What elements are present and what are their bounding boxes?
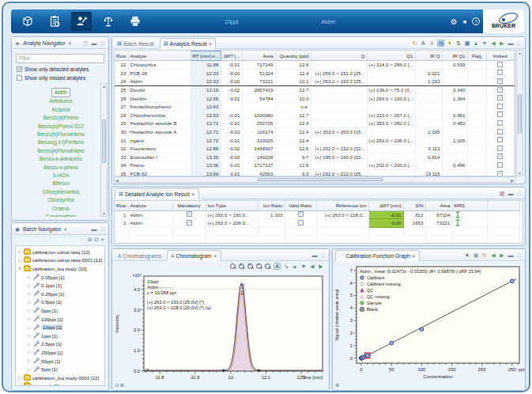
table-row[interactable]: 31Irgarol12.72-0.0131002512.4(+) 253.0 >… <box>115 136 514 145</box>
expand-icon[interactable]: ▷ <box>27 367 32 372</box>
table-row[interactable]: 30Heptachlor epoxide A12.71-0.0211617412… <box>115 127 514 136</box>
move-right-icon[interactable]: ▶ <box>318 263 324 269</box>
cell-visited[interactable] <box>486 127 514 136</box>
next-icon[interactable]: ▶ <box>499 252 505 258</box>
analyte-list-item[interactable]: Cypermethrin <box>23 213 99 217</box>
cell-visited[interactable] <box>486 69 514 78</box>
column-header[interactable]: ΔRT [min] <box>368 201 403 210</box>
column-header[interactable]: Row <box>115 201 128 210</box>
expand-icon[interactable]: ▷ <box>27 342 32 347</box>
scroll-down-icon[interactable]: ▼ <box>517 171 523 176</box>
batch-tree-item[interactable]: ▷0.25ppt [1] <box>17 290 104 298</box>
tab-analysis-result[interactable]: ▤ Analysis Result ✕ <box>160 38 217 49</box>
move-up-icon[interactable]: ▲ <box>473 40 479 46</box>
scroll-thumb[interactable] <box>102 119 106 163</box>
column-header[interactable]: Flag <box>467 51 486 61</box>
column-header[interactable]: S/N <box>403 201 425 210</box>
table-row[interactable]: 1Aldrin(+) 263.0 > 193.0...1.193(+) 263.… <box>115 210 519 219</box>
minimize-icon[interactable]: ▬ <box>91 226 97 232</box>
tools-icon[interactable]: ✕ <box>464 252 470 258</box>
analyte-list-item[interactable]: Benzo(b)Fluroanteno <box>23 131 99 138</box>
visited-unchecked-icon[interactable] <box>497 129 503 134</box>
table-row[interactable]: 33Endosulfan I13.35-0.001492089.7(+) 195… <box>115 153 514 161</box>
analyte-list-scrollbar[interactable]: ▲ ▼ <box>100 83 108 217</box>
column-header[interactable]: IR Q1 <box>442 51 467 61</box>
help-icon[interactable]: ? <box>472 17 480 25</box>
close-icon[interactable]: ✕ <box>68 40 72 46</box>
refresh-icon[interactable]: ↻ <box>481 252 488 258</box>
visited-unchecked-icon[interactable] <box>497 112 503 117</box>
expand-icon[interactable]: ▷ <box>17 249 22 254</box>
visited-unchecked-icon[interactable] <box>497 162 503 168</box>
close-icon[interactable]: ✕ <box>213 253 217 259</box>
cell-visited[interactable] <box>486 61 514 70</box>
batch-tree-item[interactable]: ▷250ppt [1] <box>17 348 104 357</box>
column-header[interactable]: Analyte <box>128 201 172 210</box>
column-header[interactable]: MRS <box>452 201 487 210</box>
zoom-icon[interactable] <box>230 263 236 270</box>
unchecked-icon[interactable] <box>298 220 304 225</box>
show-missed-checkbox-row[interactable]: Show only missed analytes <box>17 75 108 81</box>
visited-unchecked-icon[interactable] <box>497 104 503 109</box>
minimize-icon[interactable]: ▬ <box>91 40 97 46</box>
column-header[interactable]: Ion Ratio <box>258 201 285 210</box>
expand-icon[interactable]: ▷ <box>27 350 32 354</box>
column-header[interactable]: Quantity [ppt] <box>275 51 311 61</box>
table-vscrollbar[interactable]: ▲ ▼ <box>516 50 523 176</box>
settings-gear-icon[interactable]: ⚙ <box>451 17 458 26</box>
expand-icon[interactable]: ▷ <box>27 308 32 313</box>
maximize-icon[interactable]: □ <box>516 191 523 196</box>
close-icon[interactable]: ✕ <box>208 41 212 47</box>
checked-icon[interactable] <box>187 211 192 217</box>
visited-unchecked-icon[interactable] <box>497 137 503 142</box>
tab-calibration[interactable]: ⋰ Calibration Function Graph ✕ <box>335 250 420 261</box>
review-person-icon[interactable] <box>71 12 92 31</box>
column-header[interactable]: RT [min] e... <box>191 51 221 61</box>
column-header[interactable]: Mandatory <box>172 201 206 210</box>
collapse-all-icon[interactable]: ⊟ <box>94 237 98 243</box>
analyte-list-item[interactable]: Atrazine <box>23 106 99 114</box>
analyte-list-item[interactable]: Benzo(a)Pireno <box>23 114 99 122</box>
maximize-icon[interactable]: □ <box>100 40 106 46</box>
close-icon[interactable]: ✕ <box>63 226 67 232</box>
zoom-history-icon[interactable]: ⊙ <box>115 382 119 388</box>
column-header[interactable]: Valid Ratio <box>285 201 316 210</box>
save-icon[interactable]: ▣ <box>473 252 479 258</box>
cell-valid_ratio[interactable] <box>285 219 316 228</box>
column-layout-icon[interactable]: ▤ <box>437 40 444 47</box>
zoom-add-icon[interactable]: ⊕ <box>335 382 339 388</box>
expand-icon[interactable]: ▷ <box>27 283 32 288</box>
analyte-list-item[interactable]: Antraceno <box>23 97 99 105</box>
chart-icon[interactable]: ▥ <box>499 191 505 196</box>
move-up-icon[interactable]: ▲ <box>292 263 298 269</box>
maximize-icon[interactable]: □ <box>516 252 523 258</box>
tab-chromatogram[interactable]: A Chromatogram ✕ <box>167 250 221 261</box>
analyte-list-item[interactable]: Benzo-a-antraceno <box>23 155 99 163</box>
cell-visited[interactable] <box>486 119 514 128</box>
analyte-list-item[interactable]: Benzo(a)Pireno D12 <box>23 123 99 131</box>
calibration-plot-area[interactable]: 01234567050100150200250pptConcentrationS… <box>333 262 525 390</box>
batch-tree-item[interactable]: ▷50ppt [1] <box>17 357 104 366</box>
batch-tree-folder[interactable]: ▷triazine-L [8] <box>17 382 104 387</box>
analysis-result-table[interactable]: RowAnalyteRT [min] e...ΔRT [...AreaQuant… <box>115 51 515 176</box>
maximize-icon[interactable]: □ <box>516 40 523 46</box>
batch-tree-item[interactable]: ▷2.5ppt [1] <box>17 340 104 349</box>
column-header[interactable]: Reference Ion <box>316 201 368 210</box>
maximize-icon[interactable]: □ <box>100 226 106 232</box>
cell-visited[interactable] <box>486 78 514 86</box>
scroll-up-icon[interactable]: ▲ <box>101 84 107 89</box>
checked-icon[interactable] <box>298 211 304 217</box>
show-detected-checkbox-row[interactable]: Show only detected analytes <box>17 66 108 72</box>
zoom-y-icon[interactable]: a <box>247 263 254 270</box>
sort-icon[interactable]: ⇅ <box>455 40 462 46</box>
analyte-list-item[interactable]: Aldrin <box>51 88 70 97</box>
table-hscrollbar[interactable]: ◀ ▶ <box>114 176 515 183</box>
batch-tree-folder[interactable]: ▷calibration_loq study-0001 [12] <box>17 373 104 382</box>
checked-icon[interactable] <box>187 220 192 225</box>
data-cube-icon[interactable] <box>17 12 38 31</box>
minimize-icon[interactable]: ▬ <box>507 252 514 258</box>
batch-tree-item[interactable]: ▷0.5ppt [1] <box>17 298 104 307</box>
scroll-up-icon[interactable]: ▲ <box>517 51 523 55</box>
visited-checked-icon[interactable] <box>497 95 503 100</box>
zoom-add-icon[interactable]: ⊕ <box>119 382 123 388</box>
